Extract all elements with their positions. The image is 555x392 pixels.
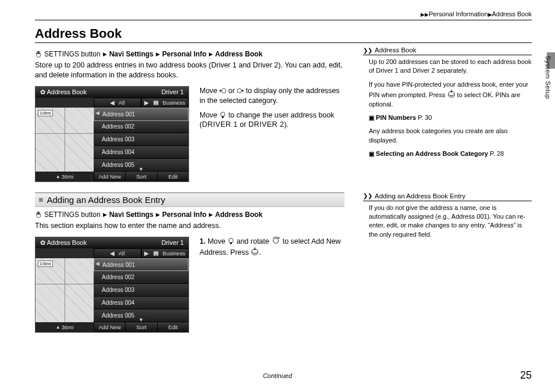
triangle-icon: ▶▶: [421, 12, 429, 17]
edit-button[interactable]: Edit: [157, 172, 188, 181]
link-icon: ▣: [369, 151, 374, 157]
double-chevron-icon: ❯❯: [363, 193, 372, 199]
list-item[interactable]: Address 002: [94, 271, 188, 284]
joystick-right-icon: [237, 87, 244, 94]
side-text: Up to 200 addresses can be stored to eac…: [369, 58, 532, 76]
gear-icon: ✿: [40, 239, 45, 246]
step-1: 1. Move and rotate to select Add New Add…: [200, 237, 344, 258]
list-item[interactable]: Address 002: [94, 121, 188, 134]
triangle-icon: ▶: [156, 51, 160, 57]
section-tab-label: System Setup: [545, 56, 552, 99]
triangle-icon: ▶: [209, 212, 213, 218]
triangle-icon: ▶: [209, 51, 213, 57]
desc-user-switch: Move to change the user address book (DR…: [200, 111, 344, 130]
list-item[interactable]: Address 004: [94, 146, 188, 159]
map-footer-scale: ▲36mi: [35, 322, 94, 332]
path-settings: SETTINGS button: [44, 50, 101, 58]
joystick-down-icon: [227, 238, 234, 245]
breadcrumb-b: Address Book: [492, 10, 532, 17]
side-heading-1: ❯❯Address Book: [363, 47, 532, 55]
joystick-left-icon: [219, 87, 226, 94]
chevron-left-icon: ◀: [95, 261, 99, 266]
add-new-button[interactable]: Add New: [94, 322, 125, 332]
triangle-icon: ▲: [56, 325, 61, 330]
map-footer-scale: ▲36mi: [35, 172, 94, 181]
nav-path-2: SETTINGS button ▶ Navi Settings ▶ Person…: [35, 211, 344, 219]
list-item[interactable]: Address 004: [94, 297, 188, 309]
triangle-icon: ▲: [56, 174, 61, 179]
side-text: If you have PIN-protected your address b…: [369, 80, 532, 109]
double-chevron-icon: ❯❯: [363, 47, 372, 54]
device-title: Address Book: [47, 88, 86, 95]
business-icon: 🏢: [153, 100, 159, 105]
chevron-right-icon: ▶: [144, 250, 149, 256]
press-knob-icon: [251, 247, 259, 256]
nav-path: SETTINGS button ▶ Navi Settings ▶ Person…: [35, 50, 344, 58]
hand-icon: [35, 51, 42, 58]
map-scale: 1/8mi: [38, 110, 53, 116]
device-map: 1/8mi: [35, 108, 94, 172]
path-abook: Address Book: [215, 50, 262, 58]
xref-category[interactable]: ▣ Selecting an Address Book Category P. …: [369, 149, 532, 158]
device-list: ◀ Address 001 Address 002 Address 003 Ad…: [94, 258, 188, 322]
list-item[interactable]: Address 001: [94, 258, 188, 272]
list-item[interactable]: Address 001: [94, 108, 188, 121]
chevron-down-icon: ▼: [138, 166, 144, 172]
page-title: Address Book: [35, 26, 532, 43]
chevron-left-icon: ◀: [110, 99, 115, 106]
desc-category: Move or to display only the addresses in…: [200, 86, 344, 106]
square-icon: ■: [38, 195, 43, 204]
side-column: ❯❯Address Book Up to 200 addresses can b…: [363, 47, 532, 343]
press-knob-icon: [447, 89, 456, 98]
device-screenshot-1: ✿ Address Book Driver 1 ◀ All ▶ 🏢 Busine…: [35, 86, 189, 182]
breadcrumb-a: Personal Information: [429, 10, 488, 17]
list-item[interactable]: Address 003: [94, 133, 188, 146]
gear-icon: ✿: [40, 88, 45, 95]
path-pinfo: Personal Info: [162, 50, 207, 58]
tab-business[interactable]: ▶ 🏢 Business: [141, 248, 189, 258]
tab-business[interactable]: ▶ 🏢 Business: [141, 98, 189, 108]
triangle-icon: ▶: [156, 212, 160, 218]
joystick-down-icon: [219, 112, 226, 119]
tab-all[interactable]: ◀ All: [94, 248, 141, 258]
chevron-left-icon: ◀: [110, 250, 115, 256]
xref-pin[interactable]: ▣ PIN Numbers P. 30: [369, 113, 532, 122]
main-column: SETTINGS button ▶ Navi Settings ▶ Person…: [35, 47, 344, 343]
breadcrumb: ▶▶Personal Information▶Address Book: [35, 10, 532, 20]
side-text: If you do not give the address a name, o…: [369, 204, 532, 240]
hand-icon: [35, 211, 42, 218]
side-heading-2: ❯❯Adding an Address Book Entry: [363, 193, 532, 201]
chevron-down-icon: ▼: [138, 317, 144, 323]
list-item[interactable]: Address 003: [94, 284, 188, 297]
triangle-icon: ▶: [103, 51, 107, 57]
add-new-button[interactable]: Add New: [94, 172, 125, 181]
chevron-right-icon: ▶: [144, 99, 149, 106]
triangle-icon: ▶: [103, 212, 107, 218]
device-driver: Driver 1: [161, 88, 184, 95]
triangle-icon: ▶: [488, 12, 492, 17]
sub-intro: This section explains how to enter the n…: [35, 221, 344, 231]
sort-button[interactable]: Sort: [125, 172, 156, 181]
edit-button[interactable]: Edit: [157, 322, 188, 332]
device-screenshot-2: ✿ Address Book Driver 1 ◀ All ▶ 🏢 Busine…: [35, 237, 189, 333]
business-icon: 🏢: [153, 251, 159, 256]
continued-label: Continued: [0, 372, 555, 379]
rotate-knob-icon: [271, 237, 280, 245]
device-list: ◀ Address 001 Address 002 Address 003 Ad…: [94, 108, 188, 172]
sub-heading: ■Adding an Address Book Entry: [35, 193, 344, 207]
side-text: Any address book categories you create a…: [369, 127, 532, 145]
path-navi: Navi Settings: [109, 50, 154, 58]
chevron-left-icon: ◀: [95, 110, 99, 116]
sort-button[interactable]: Sort: [125, 322, 156, 332]
link-icon: ▣: [369, 115, 374, 121]
device-map: 1/8mi: [35, 258, 94, 322]
page-number: 25: [520, 369, 532, 382]
intro-text: Store up to 200 address entries in two a…: [35, 60, 344, 80]
tab-all[interactable]: ◀ All: [94, 98, 141, 108]
